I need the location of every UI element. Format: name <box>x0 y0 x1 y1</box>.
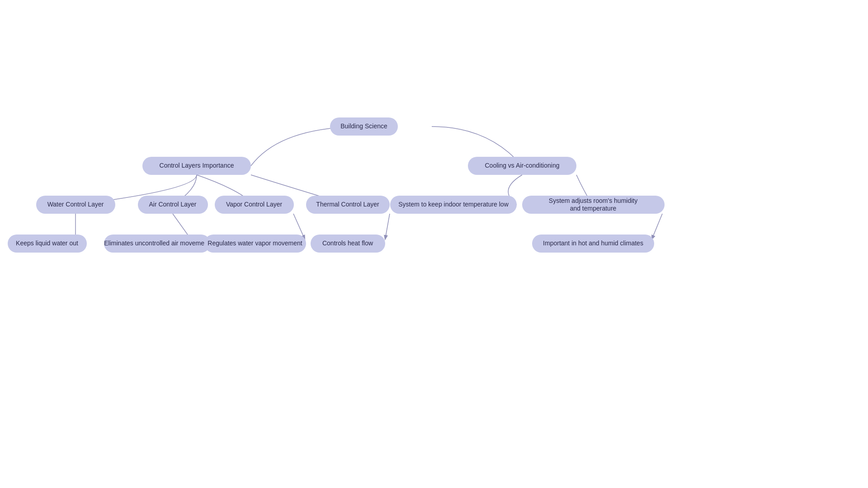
important-hot-node-label: Important in hot and humid climates <box>543 239 643 247</box>
vapor-node-label: Vapor Control Layer <box>226 201 283 208</box>
root-node-label: Building Science <box>340 122 387 130</box>
system-adjust-node-label: System adjusts room's humidity <box>549 197 637 204</box>
water-node-label: Water Control Layer <box>47 201 104 208</box>
eliminates-node-label: Eliminates uncontrolled air movement <box>104 239 210 247</box>
cooling-node-label: Cooling vs Air-conditioning <box>485 162 560 169</box>
keeps-node-label: Keeps liquid water out <box>16 239 78 247</box>
control-layers-node-label: Control Layers Importance <box>160 162 234 169</box>
system-adjust-node-label2: and temperature <box>570 205 617 212</box>
air-node-label: Air Control Layer <box>149 201 196 208</box>
regulates-node-label: Regulates water vapor movement <box>208 239 302 247</box>
mind-map-diagram: Building Science Control Layers Importan… <box>0 0 868 488</box>
arrow-thermal-ctrl <box>385 214 390 239</box>
system-low-node-label: System to keep indoor temperature low <box>398 201 509 208</box>
controls-heat-node-label: Controls heat flow <box>322 239 373 247</box>
thermal-node-label: Thermal Control Layer <box>316 201 379 208</box>
arrow-adjust-hot <box>652 214 662 239</box>
